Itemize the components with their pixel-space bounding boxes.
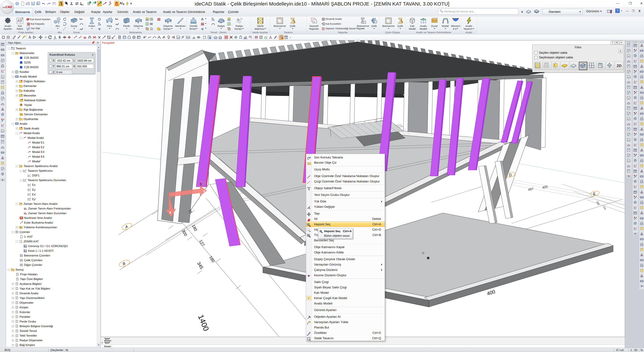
svg-text:SS: SS: [307, 161, 311, 165]
svg-text:180: 180: [208, 255, 216, 263]
svg-text:+: +: [30, 198, 31, 199]
svg-text:127: 127: [198, 239, 206, 247]
svg-text:A: A: [58, 18, 59, 20]
svg-text:+: +: [30, 193, 31, 195]
svg-text:+: +: [25, 179, 26, 180]
svg-text:B: B: [122, 261, 126, 266]
svg-text:400: 400: [486, 289, 496, 296]
svg-text:+: +: [25, 169, 26, 171]
svg-text:mm: mm: [186, 36, 190, 39]
svg-text:320: 320: [596, 201, 600, 206]
svg-text:1: 1: [89, 37, 90, 39]
svg-text:Y: Y: [203, 190, 205, 193]
svg-text:E: E: [592, 191, 596, 196]
svg-text:497: 497: [528, 187, 534, 192]
svg-text:A: A: [143, 36, 145, 39]
svg-text:400: 400: [542, 185, 548, 189]
svg-text:∠: ∠: [182, 36, 183, 38]
svg-text:1400: 1400: [196, 313, 211, 332]
svg-text:180: 180: [191, 224, 198, 232]
svg-text:X: X: [169, 211, 171, 214]
svg-text:300: 300: [181, 229, 188, 237]
svg-text:m²: m²: [177, 36, 180, 39]
svg-text:345: 345: [196, 261, 204, 270]
svg-text:?!: ?!: [172, 36, 174, 39]
svg-text:A: A: [124, 224, 128, 229]
svg-text:+: +: [30, 188, 31, 190]
svg-text:▾: ▾: [290, 36, 291, 39]
svg-text:+: +: [30, 183, 31, 185]
svg-text:N: N: [110, 17, 112, 20]
